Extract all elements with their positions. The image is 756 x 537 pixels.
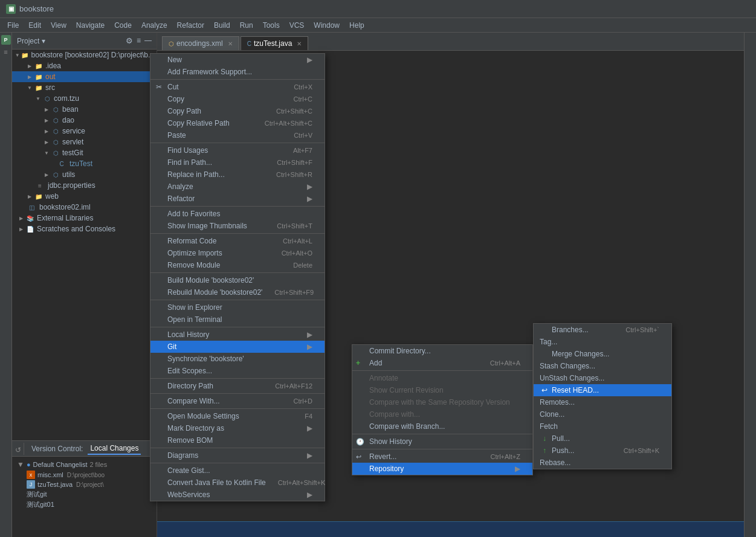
menu-analyze[interactable]: Analyze bbox=[137, 20, 172, 31]
tree-web[interactable]: ▶ 📁 web bbox=[12, 191, 157, 202]
tree-utils[interactable]: ▶ ⬡ utils bbox=[12, 169, 157, 180]
repo-unstash[interactable]: UnStash Changes... bbox=[534, 372, 671, 384]
ctx-open-terminal[interactable]: Open in Terminal bbox=[150, 314, 325, 326]
ctx-compare-with[interactable]: Compare With... Ctrl+D bbox=[150, 395, 325, 407]
ctx-analyze[interactable]: Analyze ▶ bbox=[150, 181, 325, 193]
vc-tab-local-changes[interactable]: Local Changes bbox=[88, 443, 141, 455]
ctx-copy[interactable]: Copy Ctrl+C bbox=[150, 93, 325, 105]
repo-pull[interactable]: ↓ Pull... bbox=[534, 432, 671, 445]
git-repository[interactable]: Repository ▶ bbox=[352, 463, 532, 475]
repo-tag[interactable]: Tag... bbox=[534, 336, 671, 348]
tab-encodings-xml[interactable]: ⬡ encodings.xml ✕ bbox=[162, 36, 239, 50]
ctx-find-usages[interactable]: Find Usages Alt+F7 bbox=[150, 144, 325, 156]
tree-testgit[interactable]: ▼ ⬡ testGit bbox=[12, 147, 157, 158]
ctx-cut[interactable]: ✂ Cut Ctrl+X bbox=[150, 81, 325, 93]
settings-icon[interactable]: ≡ bbox=[137, 36, 141, 45]
tab-encodings-close[interactable]: ✕ bbox=[228, 40, 233, 47]
repo-merge[interactable]: Merge Changes... bbox=[534, 348, 671, 360]
ctx-open-module-settings[interactable]: Open Module Settings F4 bbox=[150, 410, 325, 422]
ctx-reformat[interactable]: Reformat Code Ctrl+Alt+L bbox=[150, 235, 325, 247]
ctx-dir-path[interactable]: Directory Path Ctrl+Alt+F12 bbox=[150, 380, 325, 392]
ctx-refactor[interactable]: Refactor ▶ bbox=[150, 193, 325, 205]
tree-com-tzu[interactable]: ▼ ⬡ com.tzu bbox=[12, 93, 157, 104]
menu-vcs[interactable]: VCS bbox=[285, 20, 309, 31]
change-file-tzutest[interactable]: J tzuTest.java D:\project\ bbox=[12, 480, 157, 489]
menu-tools[interactable]: Tools bbox=[258, 20, 285, 31]
git-show-history[interactable]: 🕐 Show History bbox=[352, 436, 532, 448]
menu-refactor[interactable]: Refactor bbox=[172, 20, 209, 31]
git-compare-same[interactable]: Compare with the Same Repository Version bbox=[352, 396, 532, 408]
menu-run[interactable]: Run bbox=[235, 20, 258, 31]
minimize-icon[interactable]: — bbox=[144, 36, 152, 45]
tree-root[interactable]: ▼ 📁 bookstore [bookstore02] D:\project\b… bbox=[12, 50, 157, 60]
ctx-copy-rel-path[interactable]: Copy Relative Path Ctrl+Alt+Shift+C bbox=[150, 117, 325, 129]
ctx-create-gist[interactable]: Create Gist... bbox=[150, 465, 325, 477]
ctx-remove-bom[interactable]: Remove BOM bbox=[150, 434, 325, 446]
ctx-convert-kotlin[interactable]: Convert Java File to Kotlin File Ctrl+Al… bbox=[150, 477, 325, 489]
git-add[interactable]: + Add Ctrl+Alt+A bbox=[352, 357, 532, 369]
tree-jdbc-props[interactable]: ≡ jdbc.properties bbox=[12, 180, 157, 191]
repo-fetch[interactable]: Fetch bbox=[534, 420, 671, 432]
git-revert[interactable]: ↩ Revert... Ctrl+Alt+Z bbox=[352, 451, 532, 463]
gear-icon[interactable]: ⚙ bbox=[126, 36, 133, 45]
ctx-find-in-path[interactable]: Find in Path... Ctrl+Shift+F bbox=[150, 156, 325, 169]
commit-1[interactable]: 测试git bbox=[12, 489, 157, 500]
project-icon[interactable]: P bbox=[1, 35, 11, 45]
ctx-edit-scopes[interactable]: Edit Scopes... bbox=[150, 365, 325, 377]
tree-out[interactable]: ▶ 📁 out bbox=[12, 71, 157, 82]
structure-icon[interactable]: ≡ bbox=[1, 47, 11, 57]
menu-window[interactable]: Window bbox=[309, 20, 344, 31]
ctx-synchronize[interactable]: Synchronize 'bookstore' bbox=[150, 353, 325, 365]
git-show-current[interactable]: Show Current Revision bbox=[352, 384, 532, 396]
tree-bean[interactable]: ▶ ⬡ bean bbox=[12, 104, 157, 115]
tree-iml[interactable]: ◫ bookstore02.iml bbox=[12, 202, 157, 213]
ctx-remove-module[interactable]: Remove Module Delete bbox=[150, 259, 325, 271]
ctx-git[interactable]: Git ▶ bbox=[150, 341, 325, 353]
commit-2[interactable]: 测试git01 bbox=[12, 500, 157, 510]
tab-tzutest-java[interactable]: C tzuTest.java ✕ bbox=[241, 36, 309, 50]
vc-refresh-icon[interactable]: ↺ bbox=[13, 445, 23, 455]
repo-clone[interactable]: Clone... bbox=[534, 408, 671, 420]
ctx-add-favorites[interactable]: Add to Favorites bbox=[150, 208, 325, 220]
ctx-new[interactable]: New ▶ bbox=[150, 54, 325, 66]
menu-edit[interactable]: Edit bbox=[24, 20, 46, 31]
ctx-local-history[interactable]: Local History ▶ bbox=[150, 329, 325, 341]
ctx-add-framework[interactable]: Add Framework Support... bbox=[150, 66, 325, 78]
repo-rebase[interactable]: Rebase... bbox=[534, 457, 671, 469]
menu-file[interactable]: File bbox=[2, 20, 24, 31]
tree-tzutest[interactable]: C tzuTest bbox=[12, 158, 157, 169]
ctx-rebuild-module[interactable]: Rebuild Module 'bookstore02' Ctrl+Shift+… bbox=[150, 286, 325, 298]
menu-view[interactable]: View bbox=[46, 20, 71, 31]
repo-reset-head[interactable]: ↩ Reset HEAD... bbox=[534, 384, 671, 396]
ctx-build-module[interactable]: Build Module 'bookstore02' bbox=[150, 274, 325, 286]
ctx-diagrams[interactable]: Diagrams ▶ bbox=[150, 449, 325, 461]
tree-idea[interactable]: ▶ 📁 .idea bbox=[12, 60, 157, 71]
menu-help[interactable]: Help bbox=[344, 20, 369, 31]
ctx-copy-path[interactable]: Copy Path Ctrl+Shift+C bbox=[150, 105, 325, 117]
tab-tzutest-close[interactable]: ✕ bbox=[297, 40, 302, 47]
repo-stash[interactable]: Stash Changes... bbox=[534, 360, 671, 372]
change-file-misc[interactable]: x misc.xml D:\project\boo bbox=[12, 470, 157, 480]
tree-ext-libs[interactable]: ▶ 📚 External Libraries bbox=[12, 213, 157, 223]
tree-dao[interactable]: ▶ ⬡ dao bbox=[12, 115, 157, 126]
git-commit-dir[interactable]: Commit Directory... bbox=[352, 345, 532, 357]
git-annotate[interactable]: Annotate bbox=[352, 372, 532, 384]
ctx-show-explorer[interactable]: Show in Explorer bbox=[150, 301, 325, 314]
ctx-show-thumbnails[interactable]: Show Image Thumbnails Ctrl+Shift+T bbox=[150, 220, 325, 232]
ctx-mark-directory[interactable]: Mark Directory as ▶ bbox=[150, 422, 325, 434]
repo-push[interactable]: ↑ Push... Ctrl+Shift+K bbox=[534, 445, 671, 457]
default-changelist[interactable]: ▼ ● Default Changelist 2 files bbox=[12, 459, 157, 470]
git-compare-branch[interactable]: Compare with Branch... bbox=[352, 420, 532, 432]
tree-src[interactable]: ▼ 📁 src bbox=[12, 82, 157, 93]
git-compare-with[interactable]: Compare with... bbox=[352, 408, 532, 420]
ctx-optimize-imports[interactable]: Optimize Imports Ctrl+Alt+O bbox=[150, 247, 325, 259]
repo-remotes[interactable]: Remotes... bbox=[534, 396, 671, 408]
repo-branches[interactable]: Branches... Ctrl+Shift+` bbox=[534, 324, 671, 336]
ctx-replace-in-path[interactable]: Replace in Path... Ctrl+Shift+R bbox=[150, 169, 325, 181]
tree-scratches[interactable]: ▶ 📄 Scratches and Consoles bbox=[12, 223, 157, 234]
tree-service[interactable]: ▶ ⬡ service bbox=[12, 126, 157, 137]
vc-tab-version-control[interactable]: Version Control: bbox=[29, 443, 85, 454]
menu-navigate[interactable]: Navigate bbox=[71, 20, 109, 31]
menu-code[interactable]: Code bbox=[109, 20, 137, 31]
menu-build[interactable]: Build bbox=[209, 20, 235, 31]
